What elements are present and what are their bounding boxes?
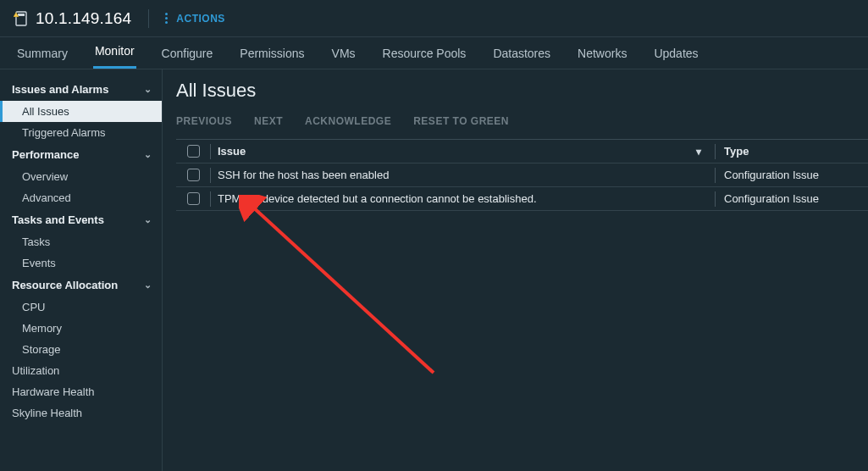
sidebar-item-storage[interactable]: Storage bbox=[0, 339, 162, 360]
sidebar-item-all-issues[interactable]: All Issues bbox=[0, 101, 162, 122]
sidebar-group-label: Tasks and Events bbox=[12, 213, 104, 226]
row-checkbox[interactable] bbox=[187, 192, 200, 205]
sidebar-group-label: Performance bbox=[12, 148, 79, 161]
sidebar-group-issues-alarms[interactable]: Issues and Alarms ⌄ bbox=[0, 78, 162, 101]
host-warning-icon bbox=[14, 11, 29, 26]
table-row[interactable]: TPM 2.0 device detected but a connection… bbox=[176, 187, 868, 211]
table-header: Issue ▾ Type bbox=[176, 140, 868, 163]
tab-vms[interactable]: VMs bbox=[330, 47, 357, 69]
divider bbox=[148, 9, 149, 28]
sidebar-group-tasks-events[interactable]: Tasks and Events ⌄ bbox=[0, 208, 162, 231]
tab-permissions[interactable]: Permissions bbox=[238, 47, 306, 69]
sidebar-item-utilization[interactable]: Utilization bbox=[0, 360, 162, 381]
issue-cell: TPM 2.0 device detected but a connection… bbox=[211, 192, 715, 205]
sidebar-group-label: Issues and Alarms bbox=[12, 83, 108, 96]
kebab-icon[interactable] bbox=[161, 13, 171, 24]
sidebar-item-events[interactable]: Events bbox=[0, 252, 162, 274]
sidebar-item-advanced[interactable]: Advanced bbox=[0, 187, 162, 208]
issue-actions: PREVIOUS NEXT ACKNOWLEDGE RESET TO GREEN bbox=[176, 115, 868, 139]
sidebar-item-overview[interactable]: Overview bbox=[0, 166, 162, 187]
svg-rect-1 bbox=[18, 14, 25, 16]
table-row[interactable]: SSH for the host has been enabled Config… bbox=[176, 163, 868, 187]
sidebar-item-hardware-health[interactable]: Hardware Health bbox=[0, 381, 162, 402]
primary-tabs: Summary Monitor Configure Permissions VM… bbox=[0, 37, 868, 69]
sidebar-item-tasks[interactable]: Tasks bbox=[0, 231, 162, 252]
tab-updates[interactable]: Updates bbox=[652, 47, 699, 69]
actions-menu[interactable]: ACTIONS bbox=[176, 13, 225, 25]
type-cell: Configuration Issue bbox=[716, 169, 868, 181]
page-title: All Issues bbox=[176, 80, 868, 102]
monitor-sidebar: Issues and Alarms ⌄ All Issues Triggered… bbox=[0, 69, 163, 471]
issues-table: Issue ▾ Type SSH for the host has been e… bbox=[176, 139, 868, 211]
previous-button[interactable]: PREVIOUS bbox=[176, 115, 232, 127]
chevron-down-icon: ⌄ bbox=[144, 280, 152, 291]
sidebar-group-resource-allocation[interactable]: Resource Allocation ⌄ bbox=[0, 274, 162, 296]
title-bar: 10.1.149.164 ACTIONS bbox=[0, 0, 868, 37]
reset-to-green-button[interactable]: RESET TO GREEN bbox=[413, 115, 509, 127]
column-header-type[interactable]: Type bbox=[716, 145, 868, 158]
tab-configure[interactable]: Configure bbox=[160, 47, 215, 69]
column-header-issue[interactable]: Issue bbox=[218, 145, 246, 158]
row-checkbox[interactable] bbox=[187, 169, 200, 181]
host-ip: 10.1.149.164 bbox=[36, 9, 131, 28]
tab-datastores[interactable]: Datastores bbox=[491, 47, 552, 69]
sidebar-group-performance[interactable]: Performance ⌄ bbox=[0, 143, 162, 166]
acknowledge-button[interactable]: ACKNOWLEDGE bbox=[305, 115, 391, 127]
chevron-down-icon: ⌄ bbox=[144, 214, 152, 225]
sidebar-item-triggered-alarms[interactable]: Triggered Alarms bbox=[0, 122, 162, 143]
issue-cell: SSH for the host has been enabled bbox=[211, 169, 715, 181]
annotation-arrow bbox=[239, 195, 459, 390]
type-cell: Configuration Issue bbox=[716, 192, 868, 205]
sidebar-item-memory[interactable]: Memory bbox=[0, 318, 162, 339]
sidebar-group-label: Resource Allocation bbox=[12, 279, 118, 291]
tab-monitor[interactable]: Monitor bbox=[93, 44, 136, 69]
sidebar-item-cpu[interactable]: CPU bbox=[0, 296, 162, 318]
tab-summary[interactable]: Summary bbox=[15, 47, 69, 69]
sidebar-item-skyline-health[interactable]: Skyline Health bbox=[0, 402, 162, 424]
tab-networks[interactable]: Networks bbox=[576, 47, 628, 69]
tab-resource-pools[interactable]: Resource Pools bbox=[381, 47, 468, 69]
filter-icon[interactable]: ▾ bbox=[696, 146, 706, 158]
chevron-down-icon: ⌄ bbox=[144, 84, 152, 95]
next-button[interactable]: NEXT bbox=[254, 115, 283, 127]
svg-line-4 bbox=[251, 205, 434, 373]
select-all-checkbox[interactable] bbox=[187, 145, 200, 158]
chevron-down-icon: ⌄ bbox=[144, 149, 152, 160]
main-panel: All Issues PREVIOUS NEXT ACKNOWLEDGE RES… bbox=[163, 69, 868, 471]
